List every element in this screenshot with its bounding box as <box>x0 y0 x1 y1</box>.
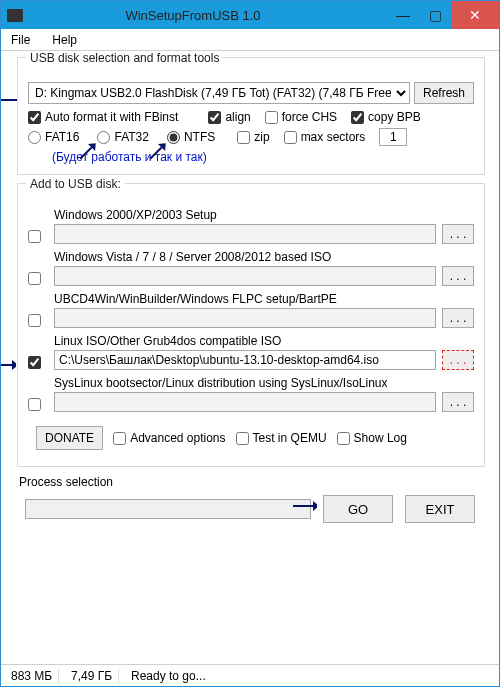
item-ubcd-path[interactable] <box>54 308 436 328</box>
item-win2000-browse[interactable]: . . . <box>442 224 474 244</box>
add-to-usb-legend: Add to USB disk: <box>26 177 125 191</box>
svg-line-2 <box>81 147 92 158</box>
item-win2000: Windows 2000/XP/2003 Setup . . . <box>28 208 474 244</box>
disk-selection-group: USB disk selection and format tools D: K… <box>17 57 485 175</box>
maxsectors-input[interactable] <box>379 128 407 146</box>
zip-checkbox[interactable]: zip <box>237 130 269 144</box>
item-syslinux-checkbox[interactable] <box>28 398 41 411</box>
svg-line-4 <box>150 147 161 158</box>
item-winvista-browse[interactable]: . . . <box>442 266 474 286</box>
item-syslinux: SysLinux bootsector/Linux distribution u… <box>28 376 474 412</box>
disk-selection-legend: USB disk selection and format tools <box>26 51 223 65</box>
maxsectors-checkbox[interactable]: max sectors <box>284 130 366 144</box>
item-linux: Linux ISO/Other Grub4dos compatible ISO … <box>28 334 474 370</box>
minimize-button[interactable]: — <box>387 1 419 29</box>
item-win2000-checkbox[interactable] <box>28 230 41 243</box>
item-ubcd-browse[interactable]: . . . <box>442 308 474 328</box>
menu-help[interactable]: Help <box>48 31 81 49</box>
status-size-used: 883 МБ <box>7 669 59 683</box>
svg-marker-9 <box>313 501 317 511</box>
process-label: Process selection <box>19 475 485 489</box>
fat32-radio[interactable]: FAT32 <box>97 130 148 144</box>
item-linux-checkbox[interactable] <box>28 356 41 369</box>
fat16-radio[interactable]: FAT16 <box>28 130 79 144</box>
status-size-total: 7,49 ГБ <box>67 669 119 683</box>
status-message: Ready to go... <box>127 669 210 683</box>
annotation-arrow-icon <box>0 358 16 372</box>
item-ubcd: UBCD4Win/WinBuilder/Windows FLPC setup/B… <box>28 292 474 328</box>
add-to-usb-group: Add to USB disk: Windows 2000/XP/2003 Se… <box>17 183 485 467</box>
item-winvista-path[interactable] <box>54 266 436 286</box>
item-linux-browse[interactable]: . . . <box>442 350 474 370</box>
svg-marker-7 <box>12 360 16 370</box>
item-winvista: Windows Vista / 7 / 8 / Server 2008/2012… <box>28 250 474 286</box>
go-button[interactable]: GO <box>323 495 393 523</box>
titlebar: WinSetupFromUSB 1.0 — ▢ ✕ <box>1 1 499 29</box>
menubar: File Help <box>1 29 499 51</box>
annotation-arrow-icon <box>291 499 317 513</box>
align-checkbox[interactable]: align <box>208 110 250 124</box>
window-title: WinSetupFromUSB 1.0 <box>29 8 387 23</box>
maximize-button[interactable]: ▢ <box>419 1 451 29</box>
autoformat-checkbox[interactable]: Auto format it with FBinst <box>28 110 178 124</box>
app-icon <box>7 9 23 22</box>
item-ubcd-checkbox[interactable] <box>28 314 41 327</box>
refresh-button[interactable]: Refresh <box>414 82 474 104</box>
disk-dropdown[interactable]: D: Kingmax USB2.0 FlashDisk (7,49 ГБ Tot… <box>28 82 410 104</box>
item-syslinux-browse[interactable]: . . . <box>442 392 474 412</box>
statusbar: 883 МБ 7,49 ГБ Ready to go... <box>1 664 499 686</box>
close-button[interactable]: ✕ <box>451 1 499 29</box>
advanced-checkbox[interactable]: Advanced options <box>113 431 225 445</box>
item-win2000-path[interactable] <box>54 224 436 244</box>
showlog-checkbox[interactable]: Show Log <box>337 431 407 445</box>
test-qemu-checkbox[interactable]: Test in QEMU <box>236 431 327 445</box>
progress-bar <box>25 499 311 519</box>
donate-button[interactable]: DONATE <box>36 426 103 450</box>
item-linux-path[interactable] <box>54 350 436 370</box>
ntfs-radio[interactable]: NTFS <box>167 130 215 144</box>
copybpb-checkbox[interactable]: copy BPB <box>351 110 421 124</box>
menu-file[interactable]: File <box>7 31 34 49</box>
exit-button[interactable]: EXIT <box>405 495 475 523</box>
hint-text: (Будет работать и так и так) <box>52 150 474 164</box>
forcechs-checkbox[interactable]: force CHS <box>265 110 337 124</box>
item-syslinux-path[interactable] <box>54 392 436 412</box>
item-winvista-checkbox[interactable] <box>28 272 41 285</box>
